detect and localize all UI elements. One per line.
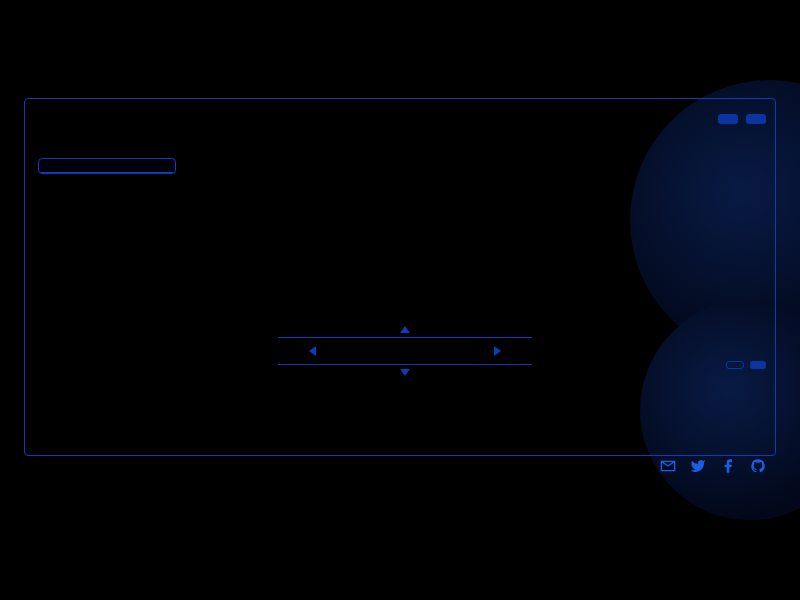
fret-number-row [190, 168, 750, 182]
frets-toggle-button[interactable] [718, 114, 738, 124]
selector-down-arrow[interactable] [400, 369, 410, 376]
scales-panel [38, 158, 176, 174]
github-icon[interactable] [750, 458, 766, 474]
pedal-on-button[interactable] [726, 361, 744, 369]
selector-left-arrow[interactable] [309, 346, 316, 356]
fretboard-diagram[interactable] [190, 188, 750, 298]
mail-icon[interactable] [660, 458, 676, 474]
pedal-tone-label [726, 338, 766, 353]
scale-selector [278, 326, 532, 376]
facebook-icon[interactable] [720, 458, 736, 474]
strings-toggle-button[interactable] [746, 114, 766, 124]
scales-header [39, 159, 175, 173]
pedal-tone-panel [726, 338, 766, 369]
selector-up-arrow[interactable] [400, 326, 410, 333]
social-links [660, 458, 766, 474]
pedal-off-button[interactable] [750, 361, 766, 369]
selector-right-arrow[interactable] [494, 346, 501, 356]
twitter-icon[interactable] [690, 458, 706, 474]
view-toggles [718, 114, 766, 124]
